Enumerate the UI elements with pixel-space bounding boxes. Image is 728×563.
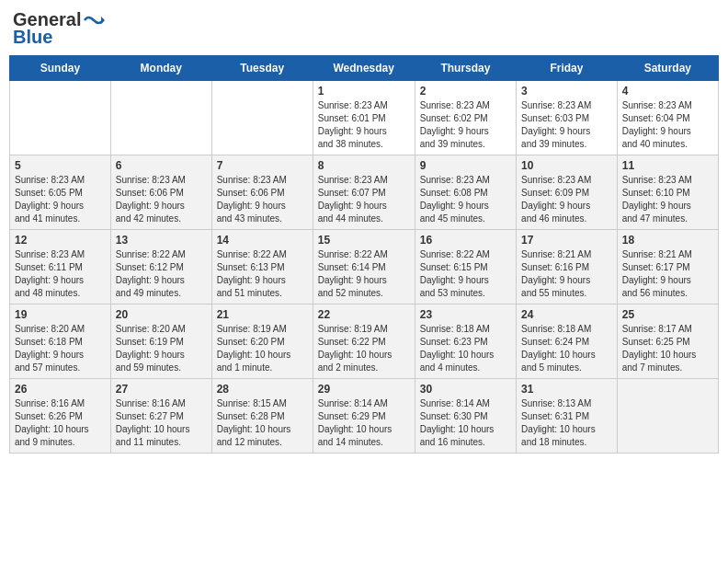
calendar-week-row: 5Sunrise: 8:23 AM Sunset: 6:05 PM Daylig… [10,155,719,230]
day-info: Sunrise: 8:16 AM Sunset: 6:27 PM Dayligh… [116,397,207,449]
day-info: Sunrise: 8:18 AM Sunset: 6:24 PM Dayligh… [521,323,612,374]
day-number: 28 [217,383,308,396]
day-number: 17 [521,234,612,247]
day-number: 8 [318,159,410,172]
calendar-cell: 25Sunrise: 8:17 AM Sunset: 6:25 PM Dayli… [617,304,718,379]
day-number: 1 [318,85,410,98]
calendar-cell: 3Sunrise: 8:23 AM Sunset: 6:03 PM Daylig… [517,81,618,155]
calendar-week-row: 12Sunrise: 8:23 AM Sunset: 6:11 PM Dayli… [10,230,719,304]
day-number: 30 [420,383,511,396]
day-header-wednesday: Wednesday [313,56,415,81]
day-info: Sunrise: 8:23 AM Sunset: 6:07 PM Dayligh… [318,174,410,225]
calendar-cell: 13Sunrise: 8:22 AM Sunset: 6:12 PM Dayli… [110,230,211,304]
calendar-cell: 4Sunrise: 8:23 AM Sunset: 6:04 PM Daylig… [617,81,718,155]
day-header-friday: Friday [517,56,618,81]
day-number: 9 [420,159,511,172]
day-header-thursday: Thursday [415,56,516,81]
day-info: Sunrise: 8:23 AM Sunset: 6:09 PM Dayligh… [521,174,612,225]
day-number: 6 [116,159,207,172]
day-number: 26 [15,383,106,396]
calendar-week-row: 19Sunrise: 8:20 AM Sunset: 6:18 PM Dayli… [10,304,719,379]
calendar-cell: 22Sunrise: 8:19 AM Sunset: 6:22 PM Dayli… [313,304,415,379]
calendar-cell: 17Sunrise: 8:21 AM Sunset: 6:16 PM Dayli… [517,230,618,304]
day-info: Sunrise: 8:19 AM Sunset: 6:20 PM Dayligh… [217,323,308,374]
calendar-cell: 8Sunrise: 8:23 AM Sunset: 6:07 PM Daylig… [313,155,415,230]
day-number: 4 [622,85,713,98]
calendar-cell: 9Sunrise: 8:23 AM Sunset: 6:08 PM Daylig… [415,155,516,230]
calendar-cell: 2Sunrise: 8:23 AM Sunset: 6:02 PM Daylig… [415,81,516,155]
svg-marker-0 [101,17,105,24]
day-info: Sunrise: 8:14 AM Sunset: 6:29 PM Dayligh… [318,397,410,449]
calendar-week-row: 26Sunrise: 8:16 AM Sunset: 6:26 PM Dayli… [10,379,719,454]
day-info: Sunrise: 8:23 AM Sunset: 6:06 PM Dayligh… [116,174,207,225]
day-info: Sunrise: 8:22 AM Sunset: 6:15 PM Dayligh… [420,248,511,300]
day-number: 31 [521,383,612,396]
day-info: Sunrise: 8:23 AM Sunset: 6:10 PM Dayligh… [622,174,713,225]
calendar-cell: 31Sunrise: 8:13 AM Sunset: 6:31 PM Dayli… [517,379,618,454]
day-info: Sunrise: 8:16 AM Sunset: 6:26 PM Dayligh… [15,397,106,449]
calendar-cell [211,81,313,155]
logo-blue-text: Blue [13,27,52,48]
calendar-cell: 16Sunrise: 8:22 AM Sunset: 6:15 PM Dayli… [415,230,516,304]
calendar-cell: 5Sunrise: 8:23 AM Sunset: 6:05 PM Daylig… [10,155,111,230]
day-number: 3 [521,85,612,98]
calendar-cell: 19Sunrise: 8:20 AM Sunset: 6:18 PM Dayli… [10,304,111,379]
day-number: 16 [420,234,511,247]
day-info: Sunrise: 8:23 AM Sunset: 6:01 PM Dayligh… [318,99,410,151]
day-number: 21 [217,308,308,321]
day-info: Sunrise: 8:22 AM Sunset: 6:13 PM Dayligh… [217,248,308,300]
calendar-cell [617,379,718,454]
day-number: 19 [15,308,106,321]
day-number: 13 [116,234,207,247]
day-number: 22 [318,308,410,321]
calendar-cell: 6Sunrise: 8:23 AM Sunset: 6:06 PM Daylig… [110,155,211,230]
calendar-cell: 29Sunrise: 8:14 AM Sunset: 6:29 PM Dayli… [313,379,415,454]
day-number: 5 [15,159,106,172]
logo-wave-icon [83,13,105,28]
calendar-cell: 11Sunrise: 8:23 AM Sunset: 6:10 PM Dayli… [617,155,718,230]
calendar-cell: 10Sunrise: 8:23 AM Sunset: 6:09 PM Dayli… [517,155,618,230]
calendar-cell: 15Sunrise: 8:22 AM Sunset: 6:14 PM Dayli… [313,230,415,304]
calendar-table: SundayMondayTuesdayWednesdayThursdayFrid… [9,55,719,454]
day-header-monday: Monday [110,56,211,81]
day-info: Sunrise: 8:23 AM Sunset: 6:11 PM Dayligh… [15,248,106,300]
calendar-cell: 28Sunrise: 8:15 AM Sunset: 6:28 PM Dayli… [211,379,313,454]
calendar-cell: 12Sunrise: 8:23 AM Sunset: 6:11 PM Dayli… [10,230,111,304]
day-number: 10 [521,159,612,172]
day-info: Sunrise: 8:21 AM Sunset: 6:16 PM Dayligh… [521,248,612,300]
day-number: 23 [420,308,511,321]
day-info: Sunrise: 8:22 AM Sunset: 6:14 PM Dayligh… [318,248,410,300]
day-number: 11 [622,159,713,172]
day-number: 15 [318,234,410,247]
calendar-header-row: SundayMondayTuesdayWednesdayThursdayFrid… [10,56,719,81]
calendar-cell: 18Sunrise: 8:21 AM Sunset: 6:17 PM Dayli… [617,230,718,304]
day-info: Sunrise: 8:23 AM Sunset: 6:08 PM Dayligh… [420,174,511,225]
day-info: Sunrise: 8:23 AM Sunset: 6:06 PM Dayligh… [217,174,308,225]
day-number: 18 [622,234,713,247]
day-number: 27 [116,383,207,396]
calendar-cell: 24Sunrise: 8:18 AM Sunset: 6:24 PM Dayli… [517,304,618,379]
calendar-cell: 20Sunrise: 8:20 AM Sunset: 6:19 PM Dayli… [110,304,211,379]
day-info: Sunrise: 8:17 AM Sunset: 6:25 PM Dayligh… [622,323,713,374]
day-number: 2 [420,85,511,98]
day-number: 25 [622,308,713,321]
day-info: Sunrise: 8:14 AM Sunset: 6:30 PM Dayligh… [420,397,511,449]
page-header: General Blue [9,9,719,48]
calendar-week-row: 1Sunrise: 8:23 AM Sunset: 6:01 PM Daylig… [10,81,719,155]
day-info: Sunrise: 8:23 AM Sunset: 6:04 PM Dayligh… [622,99,713,151]
calendar-cell: 14Sunrise: 8:22 AM Sunset: 6:13 PM Dayli… [211,230,313,304]
logo: General Blue [13,9,105,48]
day-info: Sunrise: 8:15 AM Sunset: 6:28 PM Dayligh… [217,397,308,449]
calendar-cell: 1Sunrise: 8:23 AM Sunset: 6:01 PM Daylig… [313,81,415,155]
day-info: Sunrise: 8:20 AM Sunset: 6:18 PM Dayligh… [15,323,106,374]
day-info: Sunrise: 8:20 AM Sunset: 6:19 PM Dayligh… [116,323,207,374]
day-header-tuesday: Tuesday [211,56,313,81]
day-number: 12 [15,234,106,247]
day-info: Sunrise: 8:21 AM Sunset: 6:17 PM Dayligh… [622,248,713,300]
day-number: 20 [116,308,207,321]
calendar-cell: 27Sunrise: 8:16 AM Sunset: 6:27 PM Dayli… [110,379,211,454]
day-info: Sunrise: 8:23 AM Sunset: 6:02 PM Dayligh… [420,99,511,151]
calendar-cell: 7Sunrise: 8:23 AM Sunset: 6:06 PM Daylig… [211,155,313,230]
calendar-cell: 26Sunrise: 8:16 AM Sunset: 6:26 PM Dayli… [10,379,111,454]
day-number: 7 [217,159,308,172]
